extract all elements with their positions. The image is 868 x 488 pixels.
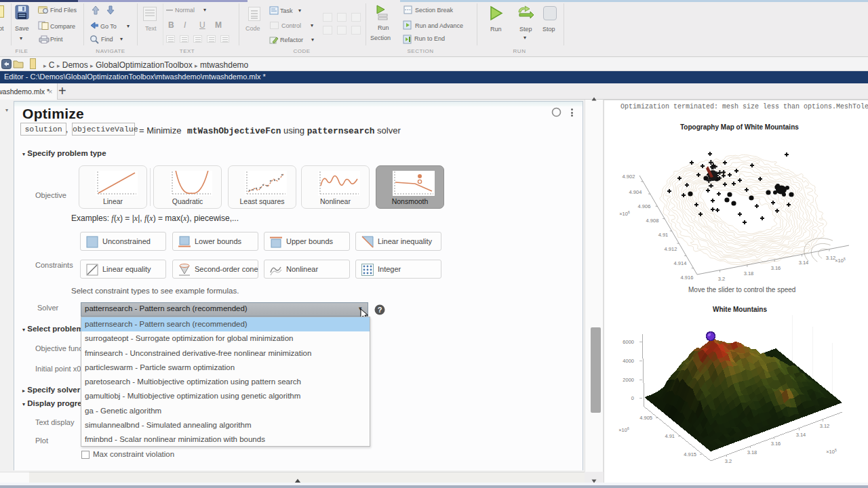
svg-text:2000: 2000 (623, 377, 634, 383)
svg-text:3.18: 3.18 (744, 270, 754, 277)
svg-text:3.16: 3.16 (771, 441, 781, 447)
svg-text:3.14: 3.14 (796, 432, 806, 438)
svg-text:?: ? (378, 306, 382, 314)
svg-text:4.902: 4.902 (623, 174, 635, 180)
svg-text:4.914: 4.914 (674, 260, 687, 266)
svg-text:4.912: 4.912 (665, 246, 677, 252)
svg-text:3.18: 3.18 (747, 449, 757, 455)
svg-text:0: 0 (631, 395, 634, 401)
svg-text:3.14: 3.14 (799, 260, 809, 266)
svg-text:3.2: 3.2 (725, 458, 732, 464)
svg-text:4.91: 4.91 (665, 433, 675, 439)
svg-text:4.905: 4.905 (639, 415, 652, 421)
svg-text:×105: ×105 (826, 448, 837, 455)
svg-text:4.906: 4.906 (638, 203, 651, 209)
svg-text:×106: ×106 (619, 210, 630, 217)
svg-text:3.16: 3.16 (771, 265, 781, 271)
svg-text:3.2: 3.2 (718, 276, 725, 282)
svg-text:4.908: 4.908 (646, 218, 659, 224)
svg-text:4000: 4000 (623, 358, 634, 364)
svg-text:4.91: 4.91 (658, 232, 669, 238)
svg-text:3.12: 3.12 (820, 423, 830, 429)
svg-text:×106: ×106 (618, 426, 629, 433)
svg-text:3.12: 3.12 (826, 255, 836, 261)
svg-text:6000: 6000 (623, 339, 634, 345)
svg-text:4.904: 4.904 (629, 189, 642, 195)
svg-text:4.916: 4.916 (681, 274, 694, 281)
svg-text:4.915: 4.915 (684, 451, 696, 458)
svg-text:×105: ×105 (835, 257, 846, 264)
